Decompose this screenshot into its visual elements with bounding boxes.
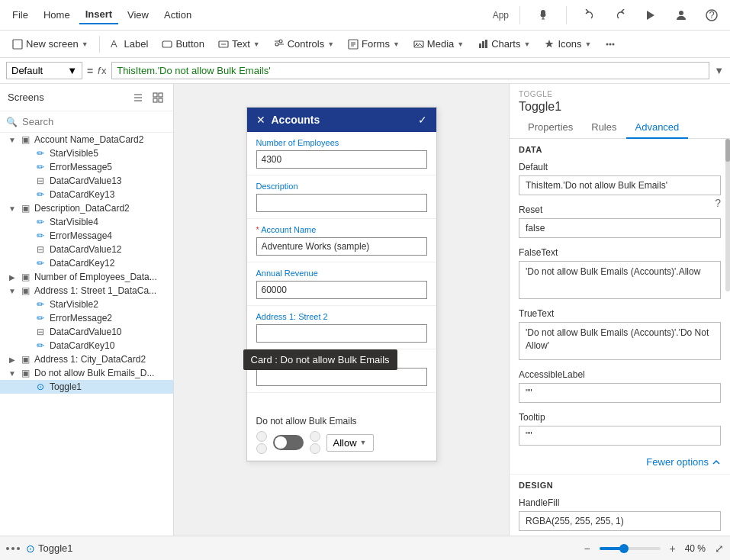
tree-label: DataCardValue10: [50, 327, 122, 337]
tree-number-employees[interactable]: ▶ ▣ Number of Employees_Data...: [0, 270, 173, 284]
form-field-input-employees[interactable]: [256, 150, 427, 169]
form-field-input-description[interactable]: [256, 194, 427, 212]
form-check-icon[interactable]: ✓: [418, 114, 427, 126]
form-field-input-revenue[interactable]: [256, 281, 427, 299]
panel-section-label: TOGGLE: [519, 90, 721, 98]
tree-do-not-allow[interactable]: ▼ ▣ Do not allow Bulk Emails_D...: [0, 366, 173, 380]
tree-starvisible2[interactable]: ✏ StarVisible2: [0, 298, 173, 311]
menu-bar: File Home Insert View Action App ?: [0, 0, 730, 31]
search-box: 🔍: [0, 111, 173, 133]
undo-icon[interactable]: [577, 3, 602, 27]
menu-view[interactable]: View: [121, 6, 155, 24]
zoom-slider[interactable]: [600, 547, 661, 550]
menu-insert[interactable]: Insert: [79, 5, 118, 24]
tree-datacardvalue13[interactable]: ⊟ DataCardValue13: [0, 174, 173, 188]
prop-value-handlefill[interactable]: RGBA(255, 255, 255, 1): [519, 511, 721, 531]
property-dropdown[interactable]: Default ▼: [6, 62, 82, 79]
fullscreen-icon[interactable]: ⤢: [715, 542, 724, 555]
tab-rules[interactable]: Rules: [582, 117, 625, 139]
grid-view-icon[interactable]: [150, 90, 166, 105]
svg-rect-6: [162, 41, 172, 47]
prop-value-falsetext[interactable]: 'Do not allow Bulk Emails (Accounts)'.Al…: [519, 261, 721, 299]
tree-account-name-datacard[interactable]: ▼ ▣ Account Name_DataCard2: [0, 133, 173, 146]
button-button[interactable]: Button: [156, 35, 211, 53]
tree-datacardvalue10[interactable]: ⊟ DataCardValue10: [0, 325, 173, 339]
form-field-label-description: Description: [256, 182, 427, 191]
prop-value-reset[interactable]: false: [519, 218, 721, 238]
menu-home[interactable]: Home: [37, 6, 76, 24]
menu-action[interactable]: Action: [158, 6, 198, 24]
tree-starvisible5[interactable]: ✏ StarVisible5: [0, 146, 173, 160]
tree-toggle1[interactable]: ⊙ Toggle1: [0, 380, 173, 394]
more-options-icon[interactable]: [6, 547, 20, 550]
forms-button[interactable]: Forms ▼: [342, 35, 406, 53]
text-button[interactable]: Text ▼: [212, 35, 266, 53]
form-field-label-zip: Address 1: ZIP/Postal Code: [256, 356, 427, 365]
form-field-revenue: Annual Revenue: [247, 262, 436, 306]
form-close-icon[interactable]: ✕: [256, 114, 265, 126]
more-button[interactable]: [599, 36, 622, 53]
tree-label: Account Name_DataCard2: [34, 134, 143, 145]
edit-icon2: ✏: [34, 162, 47, 172]
tree-errormessage5[interactable]: ✏ ErrorMessage5: [0, 160, 173, 174]
controls-button[interactable]: Controls ▼: [268, 35, 340, 53]
charts-button[interactable]: Charts ▼: [471, 35, 536, 53]
toolbar-sep1: [99, 36, 100, 53]
toggle-dot2: [256, 443, 267, 454]
tree-datacardkey13[interactable]: ✏ DataCardKey13: [0, 188, 173, 201]
tree-starvisible4[interactable]: ✏ StarVisible4: [0, 215, 173, 229]
tree-datacardvalue12[interactable]: ⊟ DataCardValue12: [0, 243, 173, 256]
media-button[interactable]: Media ▼: [407, 35, 470, 53]
icons-button[interactable]: Icons ▼: [538, 35, 597, 53]
edit-icon4: ✏: [34, 217, 47, 227]
tree-errormessage2[interactable]: ✏ ErrorMessage2: [0, 311, 173, 325]
fewer-options-button[interactable]: Fewer options: [510, 450, 730, 474]
tree-address-city[interactable]: ▶ ▣ Address 1: City_DataCard2: [0, 352, 173, 366]
prop-value-truetext[interactable]: 'Do not allow Bulk Emails (Accounts)'.'D…: [519, 322, 721, 360]
controls-chevron: ▼: [327, 40, 334, 48]
container-icon4: ▣: [18, 285, 32, 296]
tree-address-street1[interactable]: ▼ ▣ Address 1: Street 1_DataCa...: [0, 284, 173, 298]
tree-datacardkey10[interactable]: ✏ DataCardKey10: [0, 339, 173, 352]
form-field-input-street2[interactable]: [256, 324, 427, 343]
formula-expand-icon[interactable]: ▼: [714, 65, 724, 76]
redo-icon[interactable]: [608, 3, 632, 27]
label-button[interactable]: A Label: [105, 35, 155, 53]
tree-label: DataCardValue13: [50, 175, 122, 186]
formula-fx-button[interactable]: fx: [98, 66, 107, 76]
mic-icon[interactable]: [531, 3, 555, 27]
tree-datacardkey12[interactable]: ✏ DataCardKey12: [0, 256, 173, 270]
tab-advanced[interactable]: Advanced: [626, 117, 689, 139]
svg-rect-31: [159, 93, 162, 97]
container-icon6: ▣: [18, 368, 32, 378]
prop-value-accessible[interactable]: "": [519, 383, 721, 403]
right-panel: TOGGLE Toggle1 ? Properties Rules Advanc…: [509, 84, 730, 536]
form-field-input-zip[interactable]: [256, 368, 427, 386]
tree-label: Address 1: City_DataCard2: [34, 354, 146, 365]
form-field-input-account[interactable]: [256, 237, 427, 256]
menu-file[interactable]: File: [6, 6, 34, 24]
toggle-allow-button[interactable]: Allow ▼: [326, 434, 374, 452]
list-view-icon[interactable]: [130, 90, 146, 105]
tab-properties[interactable]: Properties: [519, 117, 582, 139]
help-circle-icon[interactable]: ?: [715, 197, 721, 209]
zoom-plus-button[interactable]: +: [665, 542, 680, 555]
search-input[interactable]: [22, 116, 167, 127]
new-screen-button[interactable]: New screen ▼: [6, 35, 95, 53]
edit-icon7: ✏: [34, 299, 47, 310]
user-icon[interactable]: [669, 3, 693, 27]
tree-errormessage4[interactable]: ✏ ErrorMessage4: [0, 229, 173, 243]
toggle-allow-label: Allow: [333, 437, 357, 449]
prop-value-tooltip[interactable]: "": [519, 426, 721, 446]
controls-btn-label: Controls: [288, 38, 324, 50]
container-icon5: ▣: [18, 354, 32, 365]
prop-label-accessible: AccessibleLabel: [519, 369, 721, 380]
help-icon[interactable]: ?: [699, 3, 724, 27]
prop-value-default[interactable]: ThisItem.'Do not allow Bulk Emails': [519, 175, 721, 195]
toggle-switch[interactable]: [273, 435, 304, 450]
formula-input[interactable]: [111, 62, 709, 79]
zoom-minus-button[interactable]: −: [580, 542, 595, 555]
svg-rect-19: [479, 43, 481, 48]
play-icon[interactable]: [638, 3, 663, 27]
tree-description-datacard[interactable]: ▼ ▣ Description_DataCard2: [0, 201, 173, 215]
